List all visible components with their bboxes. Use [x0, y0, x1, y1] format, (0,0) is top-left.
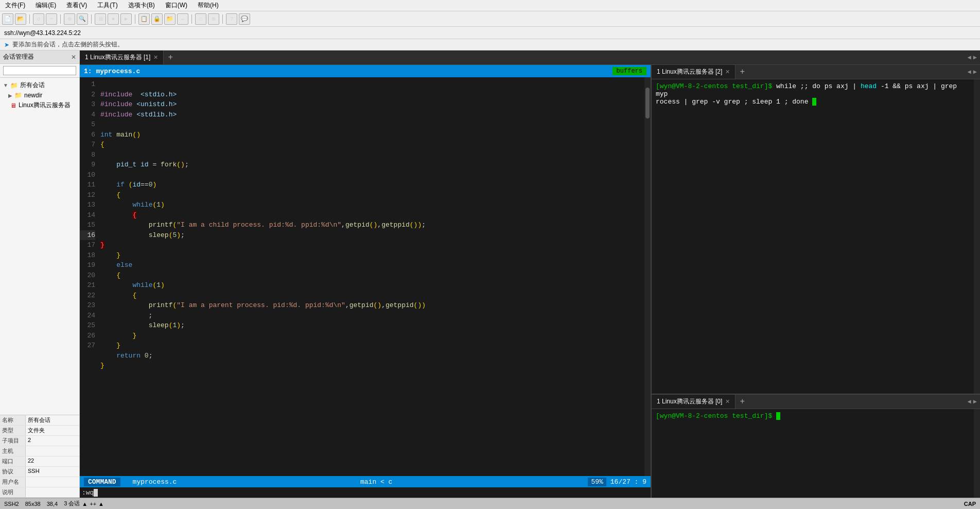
terminal-2-tab-add[interactable]: + — [736, 395, 749, 409]
prop-row-desc: 说明 — [0, 487, 79, 498]
sidebar-item-all-sessions[interactable]: ▼ 📁 所有会话 — [0, 80, 79, 91]
editor-pane: 1: myprocess.c buffers 1 2 3 4 5 6 7 8 9 — [80, 65, 651, 498]
sidebar-properties: 名称 所有会话 类型 文件夹 子项目 2 主机 端口 22 协议 SSH — [0, 415, 79, 498]
sidebar-item-linux-server[interactable]: 🖥 Linux腾讯云服务器 — [0, 100, 79, 111]
address-text: ssh://wyn@43.143.224.5:22 — [4, 29, 81, 37]
toolbar-btn4[interactable]: 🔍 — [77, 13, 88, 25]
terminal-1-tab[interactable]: 1 Linux腾讯云服务器 [2] ✕ — [652, 65, 736, 79]
terminal-1-tab-add[interactable]: + — [736, 65, 749, 79]
vim-filename: myprocess.c — [133, 478, 352, 486]
line-num-14: 14 — [80, 210, 95, 220]
terminal-1-content[interactable]: [wyn@VM-8-2-centos test_dir]$ while ;; d… — [652, 79, 974, 394]
vim-function: main < c — [360, 478, 580, 486]
toolbar-btn11[interactable]: ✏ — [177, 13, 188, 25]
line-num-11: 11 — [80, 180, 95, 190]
term2-nav-right-icon[interactable]: ▶ — [973, 398, 977, 405]
term1-nav-right-icon[interactable]: ▶ — [973, 68, 977, 76]
toolbar-open[interactable]: 📂 — [15, 13, 26, 25]
line-num-16: 16 — [80, 230, 95, 241]
status-section-dimensions: 85x38 — [25, 501, 41, 507]
vim-cmdline[interactable]: :wq — [80, 487, 651, 498]
line-num-20: 20 — [80, 270, 95, 281]
line-num-25: 25 — [80, 320, 95, 331]
menu-tabs[interactable]: 选项卡(B) — [125, 0, 158, 11]
toolbar-new[interactable]: 📄 — [2, 13, 13, 25]
toolbar-btn8[interactable]: 📋 — [138, 13, 150, 25]
nav-left-icon[interactable]: ◀ — [968, 54, 971, 61]
status-arrow2: ▲ — [98, 501, 104, 507]
sidebar-header: 会话管理器 ✕ — [0, 50, 79, 64]
buffers-label: buffers — [612, 67, 646, 75]
toolbar-help[interactable]: ? — [226, 13, 237, 25]
terminal-1-line1: [wyn@VM-8-2-centos test_dir]$ while ;; d… — [656, 82, 970, 98]
status-dimensions: 85x38 — [25, 501, 41, 507]
toolbar-btn10[interactable]: 📁 — [164, 13, 176, 25]
toolbar-btn12[interactable]: ☐ — [195, 13, 206, 25]
line-num-17: 17 — [80, 240, 95, 250]
vim-cursor — [94, 489, 98, 497]
line-num-10: 10 — [80, 170, 95, 180]
terminal-2-tab[interactable]: 1 Linux腾讯云服务器 [0] ✕ — [652, 395, 736, 409]
toolbar-btn5[interactable]: 🖥 — [95, 13, 106, 25]
status-plus-icons: ++ — [90, 501, 96, 507]
menu-view[interactable]: 查看(V) — [63, 0, 90, 11]
menu-window[interactable]: 窗口(W) — [162, 0, 190, 11]
info-bar: ➤ 要添加当前会话，点击左侧的箭头按钮。 — [0, 39, 980, 50]
terminal-1-scrollbar[interactable] — [974, 79, 980, 394]
terminal-2-tab-close[interactable]: ✕ — [725, 398, 730, 405]
terminal-1-body: [wyn@VM-8-2-centos test_dir]$ while ;; d… — [652, 79, 980, 394]
terminal-1-tab-close[interactable]: ✕ — [725, 69, 730, 75]
sidebar-item-newdir[interactable]: ▶ 📁 newdir — [0, 91, 79, 100]
line-num-5: 5 — [80, 120, 95, 130]
prop-value-port: 22 — [26, 456, 79, 466]
editor-tab-1[interactable]: 1 Linux腾讯云服务器 [1] ✕ — [80, 50, 164, 64]
line-num-15: 15 — [80, 220, 95, 230]
content-area: 1 Linux腾讯云服务器 [1] ✕ + ◀ ▶ 1: myprocess.c… — [80, 50, 980, 498]
menu-help[interactable]: 帮助(H) — [195, 0, 222, 11]
code-scrollbar-thumb[interactable] — [645, 88, 650, 118]
prop-row-children: 子项目 2 — [0, 436, 79, 446]
sidebar-search-input[interactable] — [3, 66, 76, 75]
toolbar-btn3[interactable]: ⚙ — [64, 13, 75, 25]
terminal-2-content[interactable]: [wyn@VM-8-2-centos test_dir]$ — [652, 409, 974, 498]
line-num-13: 13 — [80, 200, 95, 210]
vim-percent: 59% — [588, 478, 606, 486]
toolbar-btn6[interactable]: ● — [108, 13, 119, 25]
status-ssh-label: SSH2 — [4, 501, 19, 507]
prop-value-name: 所有会话 — [26, 415, 79, 425]
toolbar-btn2[interactable]: ✂ — [46, 13, 57, 25]
menu-file[interactable]: 文件(F) — [2, 0, 28, 11]
toolbar-btn1[interactable]: ↺ — [33, 13, 44, 25]
file-bar: 1: myprocess.c buffers — [80, 65, 651, 77]
toolbar-chat[interactable]: 💬 — [239, 13, 250, 25]
vim-line-position: 16/27 : 9 — [610, 478, 646, 486]
nav-right-icon[interactable]: ▶ — [973, 54, 977, 61]
toolbar-btn7[interactable]: ▶ — [120, 13, 132, 25]
line-numbers: 1 2 3 4 5 6 7 8 9 10 11 12 13 14 — [80, 77, 98, 476]
terminal-2-body: [wyn@VM-8-2-centos test_dir]$ — [652, 409, 980, 498]
code-scrollbar[interactable] — [644, 77, 651, 476]
terminal-2-scrollbar[interactable] — [974, 409, 980, 498]
menu-edit[interactable]: 编辑(E) — [32, 0, 59, 11]
status-cap-label: CAP — [964, 501, 976, 507]
line-num-24: 24 — [80, 311, 95, 321]
address-bar: ssh://wyn@43.143.224.5:22 — [0, 27, 980, 39]
menu-tools[interactable]: 工具(T) — [94, 0, 120, 11]
editor-tab-add[interactable]: + — [164, 50, 177, 64]
sidebar-close-btn[interactable]: ✕ — [71, 54, 76, 61]
term2-nav-left-icon[interactable]: ◀ — [968, 398, 971, 405]
editor-tab-1-close[interactable]: ✕ — [153, 54, 158, 61]
line-num-4: 4 — [80, 110, 95, 120]
toolbar-btn9[interactable]: 🔒 — [151, 13, 163, 25]
line-num-7: 7 — [80, 140, 95, 150]
prop-row-host: 主机 — [0, 446, 79, 456]
status-right-section: CAP — [964, 501, 976, 507]
tree-arrow-icon: ▶ — [8, 93, 12, 98]
status-section-ssh: SSH2 — [4, 501, 19, 507]
prop-value-user — [26, 477, 79, 487]
editor-tab-1-label: 1 Linux腾讯云服务器 [1] — [85, 53, 150, 62]
terminal-1-tab-nav: ◀ ▶ — [968, 65, 980, 79]
code-content[interactable]: #include <stdio.h> #include <unistd.h> #… — [98, 77, 644, 476]
toolbar-btn13[interactable]: ⊞ — [208, 13, 219, 25]
term1-nav-left-icon[interactable]: ◀ — [968, 68, 971, 76]
